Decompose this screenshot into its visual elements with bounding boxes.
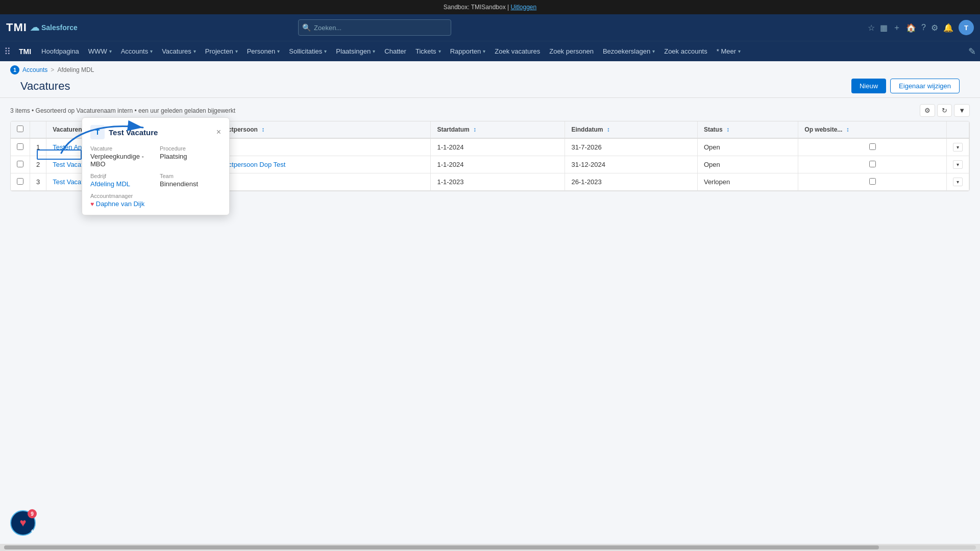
row2-checkbox[interactable] — [17, 161, 23, 167]
trailhead-plus: + — [31, 528, 34, 534]
popup-label-bedrijf: Bedrijf — [90, 173, 152, 179]
filter-tool-button[interactable]: ▼ — [954, 104, 970, 117]
help-icon[interactable]: ? — [921, 23, 926, 32]
row3-dropdown-button[interactable]: ▾ — [953, 178, 963, 186]
refresh-tool-button[interactable]: ↻ — [937, 104, 952, 117]
home-icon[interactable]: 🏠 — [906, 23, 916, 33]
gear-icon[interactable]: ⚙ — [931, 23, 938, 33]
logout-link[interactable]: Uitloggen — [510, 4, 536, 11]
personen-chevron: ▾ — [277, 48, 280, 54]
popup-field-team: Team Binnendienst — [160, 173, 221, 188]
popup-header: T Test Vacature × — [90, 125, 221, 139]
new-button[interactable]: Nieuw — [851, 79, 886, 93]
nav-item-accounts[interactable]: Accounts ▾ — [117, 41, 157, 62]
nav-bar: ⠿ TMI Hoofdpagina WWW ▾ Accounts ▾ Vacat… — [0, 41, 980, 61]
row3-num: 3 — [30, 173, 46, 191]
settings-tool-button[interactable]: ⚙ — [920, 104, 935, 117]
nav-item-zoek-vacatures[interactable]: Zoek vacatures — [491, 41, 544, 62]
list-info: 3 items • Gesorteerd op Vacaturenaam int… — [10, 107, 235, 114]
page-actions: Nieuw Eigenaar wijzigen — [851, 79, 960, 93]
vacatures-chevron: ▾ — [193, 48, 196, 54]
plus-icon[interactable]: ＋ — [893, 22, 901, 33]
grid-icon[interactable]: ▦ — [880, 23, 888, 33]
scrollbar-thumb[interactable] — [4, 545, 879, 549]
popup-title[interactable]: Test Vacature — [109, 128, 158, 137]
trailhead-widget[interactable]: ♥ 9 + — [10, 510, 36, 536]
nav-item-projecten[interactable]: Projecten ▾ — [201, 41, 242, 62]
nav-item-rapporten[interactable]: Rapporten ▾ — [446, 41, 490, 62]
apps-icon[interactable]: ⠿ — [4, 46, 11, 57]
col-contactpersoon[interactable]: Contactpersoon ↕ — [204, 121, 430, 138]
col-einddatum[interactable]: Einddatum ↕ — [565, 121, 698, 138]
sollicitaties-chevron: ▾ — [324, 48, 327, 54]
search-input[interactable] — [298, 19, 451, 36]
nav-item-hoofdpagina[interactable]: Hoofdpagina — [37, 41, 83, 62]
col-num — [30, 121, 46, 138]
nav-item-meer[interactable]: * Meer ▾ — [713, 41, 745, 62]
row1-dropdown-button[interactable]: ▾ — [953, 143, 963, 152]
row2-website — [798, 156, 947, 173]
nav-item-www[interactable]: WWW ▾ — [84, 41, 116, 62]
popup-label-procedure: Procedure — [160, 145, 221, 152]
breadcrumb-step: 1 — [10, 65, 19, 74]
nav-item-zoek-accounts[interactable]: Zoek accounts — [660, 41, 712, 62]
row2-checkbox-cell — [11, 156, 30, 173]
row2-startdatum: 1-1-2024 — [431, 156, 565, 173]
popup-value-accountmanager: ♥ Daphne van Dijk — [90, 200, 144, 208]
popup-label-accountmanager: Accountmanager — [90, 193, 152, 199]
breadcrumb-separator: > — [51, 66, 54, 73]
row3-checkbox[interactable] — [17, 178, 23, 185]
nav-item-tickets[interactable]: Tickets ▾ — [411, 41, 445, 62]
sort-icon-end: ↕ — [607, 126, 610, 133]
nav-item-personen[interactable]: Personen ▾ — [243, 41, 284, 62]
popup-bedrijf-link[interactable]: Afdeling MDL — [90, 180, 130, 188]
nav-item-zoek-personen[interactable]: Zoek personen — [545, 41, 598, 62]
row2-dropdown-button[interactable]: ▾ — [953, 160, 963, 169]
select-all-header — [11, 121, 30, 138]
col-website[interactable]: Op website... ↕ — [798, 121, 947, 138]
row1-website-checkbox[interactable] — [869, 143, 876, 150]
row1-einddatum: 31-7-2026 — [565, 138, 698, 156]
nav-item-chatter[interactable]: Chatter — [380, 41, 410, 62]
select-all-checkbox[interactable] — [17, 126, 23, 132]
row1-checkbox[interactable] — [17, 143, 23, 150]
row2-status: Open — [697, 156, 798, 173]
owner-button[interactable]: Eigenaar wijzigen — [890, 79, 960, 93]
popup-grid: Vacature Verpleegkundige - MBO Procedure… — [90, 145, 221, 208]
row3-website-checkbox[interactable] — [869, 178, 876, 185]
header: TMI ☁ Salesforce 🔍 ☆ ▦ ＋ 🏠 ? ⚙ 🔔 T — [0, 14, 980, 41]
nav-item-sollicitaties[interactable]: Sollicitaties ▾ — [285, 41, 331, 62]
search-bar: 🔍 — [298, 19, 451, 36]
search-icon: 🔍 — [302, 23, 311, 32]
popup-close-button[interactable]: × — [216, 128, 221, 136]
row2-website-checkbox[interactable] — [869, 161, 876, 167]
popup-label-vacature: Vacature — [90, 145, 152, 152]
col-status[interactable]: Status ↕ — [697, 121, 798, 138]
rapporten-chevron: ▾ — [483, 48, 485, 54]
row2-contactpersoon: Contactpersoon Dop Test — [204, 156, 430, 173]
nav-tmi-label[interactable]: TMI — [14, 47, 36, 56]
header-actions: ☆ ▦ ＋ 🏠 ? ⚙ 🔔 T — [868, 20, 974, 35]
star-icon[interactable]: ☆ — [868, 23, 875, 33]
row1-action: ▾ — [947, 138, 969, 156]
popup-field-procedure: Procedure Plaatsing — [160, 145, 221, 168]
row1-startdatum: 1-1-2024 — [431, 138, 565, 156]
avatar[interactable]: T — [959, 20, 974, 35]
row2-num: 2 — [30, 156, 46, 173]
nav-item-bezoekverslagen[interactable]: Bezoekerslagen ▾ — [599, 41, 659, 62]
col-startdatum[interactable]: Startdatum ↕ — [431, 121, 565, 138]
bottom-scrollbar[interactable] — [0, 544, 980, 551]
sf-label: Salesforce — [41, 23, 78, 32]
sort-icon-website: ↕ — [846, 126, 849, 133]
nav-item-vacatures[interactable]: Vacatures ▾ — [158, 41, 200, 62]
nav-item-plaatsingen[interactable]: Plaatsingen ▾ — [332, 41, 379, 62]
breadcrumb-parent-link[interactable]: Accounts — [22, 66, 47, 73]
popup-accountmanager-link[interactable]: Daphne van Dijk — [96, 200, 144, 208]
row1-vacaturenaam-link[interactable]: Testen Ann — [53, 143, 85, 151]
tmi-label: TMI — [6, 21, 27, 34]
notification-icon[interactable]: 🔔 — [943, 23, 953, 33]
edit-pencil-icon[interactable]: ✎ — [968, 46, 976, 57]
logo: TMI ☁ Salesforce — [6, 21, 88, 34]
col-action — [947, 121, 969, 138]
breadcrumb: 1 Accounts > Afdeling MDL — [10, 65, 970, 74]
